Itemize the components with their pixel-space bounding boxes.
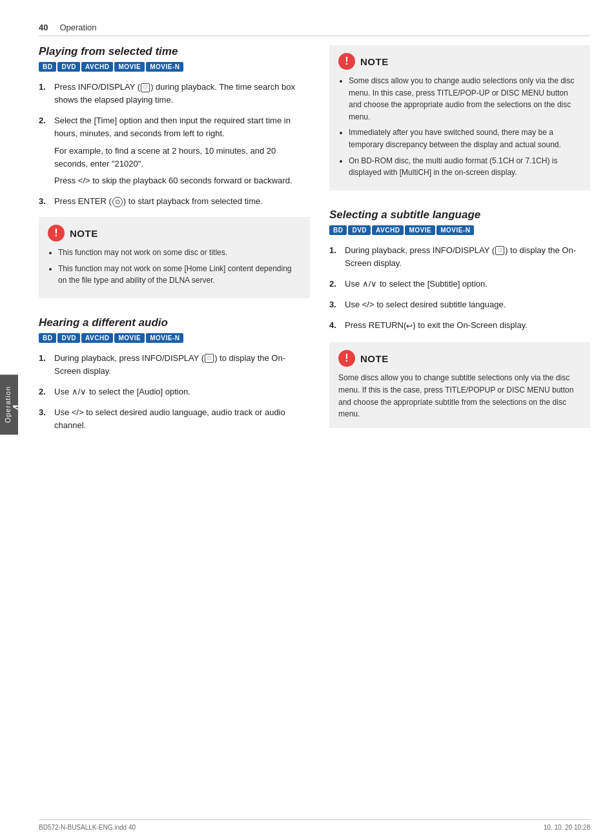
main-content: Playing from selected time BD DVD AVCHD … <box>39 45 590 441</box>
audio-step-num-3: 3. <box>39 406 54 432</box>
audio-step-num-1: 1. <box>39 352 54 378</box>
badge-dvd-audio: DVD <box>57 333 80 343</box>
note-icon-playing: ! <box>48 225 65 241</box>
subtitle-step-num-2: 2. <box>329 278 345 291</box>
note-header-playing: ! NOTE <box>48 225 301 241</box>
top-border <box>39 36 590 36</box>
section-title-playing: Playing from selected time <box>39 45 310 58</box>
page-number: 40 <box>39 23 48 32</box>
right-column: ! NOTE Some discs allow you to change au… <box>329 45 590 441</box>
display-icon-audio: □ <box>205 354 214 363</box>
badge-avchd: AVCHD <box>81 62 113 72</box>
subtitle-step-2: 2. Use ∧/∨ to select the [Subtitle] opti… <box>329 278 590 291</box>
side-tab-number: 4 <box>12 404 23 411</box>
audio-steps-list: 1. During playback, press INFO/DISPLAY (… <box>39 352 310 433</box>
audio-step-1: 1. During playback, press INFO/DISPLAY (… <box>39 352 310 378</box>
page-footer: BD572-N-BUSALLK-ENG.indd 40 10. 10. 20 1… <box>39 819 590 831</box>
subtitle-step-content-2: Use ∧/∨ to select the [Subtitle] option. <box>345 278 590 291</box>
note-list-playing: This function may not work on some disc … <box>48 247 301 287</box>
playing-steps-list: 1. Press INFO/DISPLAY (□) during playbac… <box>39 81 310 208</box>
step-content-1: Press INFO/DISPLAY (□) during playback. … <box>54 81 310 107</box>
audio-step-num-2: 2. <box>39 385 54 398</box>
subtitle-step-num-1: 1. <box>329 244 345 270</box>
subtitle-steps-list: 1. During playback, press INFO/DISPLAY (… <box>329 244 590 333</box>
audio-step-3: 3. Use </> to select desired audio langu… <box>39 406 310 432</box>
badge-row-subtitle: BD DVD AVCHD MOVIE MOVIE-N <box>329 225 590 235</box>
subtitle-step-3: 3. Use </> to select desired subtitle la… <box>329 298 590 311</box>
playing-step-3: 3. Press ENTER (⊙) to start playback fro… <box>39 195 310 208</box>
note-item-1: This function may not work on some disc … <box>58 247 301 259</box>
playing-step-2: 2. Select the [Time] option and then inp… <box>39 114 310 187</box>
note-header-subtitle: ! NOTE <box>338 350 581 367</box>
section-playing-time: Playing from selected time BD DVD AVCHD … <box>39 45 310 298</box>
note-header-audio-right: ! NOTE <box>338 53 581 70</box>
section-subtitle: Selecting a subtitle language BD DVD AVC… <box>329 209 590 428</box>
badge-movie-n-subtitle: MOVIE-N <box>436 225 474 235</box>
step-content-2: Select the [Time] option and then input … <box>54 114 310 187</box>
badge-movie-n-audio: MOVIE-N <box>146 333 183 343</box>
subtitle-step-content-3: Use </> to select desired subtitle langu… <box>345 298 590 311</box>
note-icon-subtitle: ! <box>338 350 355 367</box>
note-box-subtitle: ! NOTE Some discs allow you to change su… <box>329 342 590 427</box>
note-audio-item-1: Some discs allow you to change audio sel… <box>349 75 581 123</box>
return-icon: ↩ <box>406 320 413 333</box>
audio-step-2: 2. Use ∧/∨ to select the [Audio] option. <box>39 385 310 398</box>
side-tab-text: Operation <box>4 386 12 423</box>
section-title-subtitle: Selecting a subtitle language <box>329 209 590 221</box>
step-num-2: 2. <box>39 114 54 187</box>
badge-dvd-subtitle: DVD <box>348 225 371 235</box>
note-title-playing: NOTE <box>70 228 98 239</box>
subtitle-step-num-3: 3. <box>329 298 345 311</box>
badge-movie: MOVIE <box>114 62 145 72</box>
page-container: 40 Operation Operation 4 Playing from se… <box>0 0 616 840</box>
section-hearing-audio: Hearing a different audio BD DVD AVCHD M… <box>39 316 310 433</box>
badge-avchd-subtitle: AVCHD <box>372 225 404 235</box>
badge-avchd-audio: AVCHD <box>81 333 113 343</box>
side-tab: Operation 4 <box>0 374 18 435</box>
audio-step-content-1: During playback, press INFO/DISPLAY (□) … <box>54 352 310 378</box>
subtitle-step-1: 1. During playback, press INFO/DISPLAY (… <box>329 244 590 270</box>
page-header: 40 Operation <box>39 23 97 32</box>
note-item-2: This function may not work on some [Home… <box>58 263 301 287</box>
note-list-audio-right: Some discs allow you to change audio sel… <box>338 75 581 179</box>
note-box-audio-right: ! NOTE Some discs allow you to change au… <box>329 45 590 190</box>
note-icon-audio-right: ! <box>338 53 355 70</box>
badge-movie-audio: MOVIE <box>114 333 145 343</box>
step-2-extra2: Press </> to skip the playback 60 second… <box>54 174 310 187</box>
badge-bd-audio: BD <box>39 333 56 343</box>
footer-right: 10. 10. 20 10:28 <box>544 824 590 831</box>
step-num-3: 3. <box>39 195 54 208</box>
subtitle-step-content-1: During playback, press INFO/DISPLAY (□) … <box>345 244 590 270</box>
badge-movie-n: MOVIE-N <box>146 62 183 72</box>
badge-row-audio: BD DVD AVCHD MOVIE MOVIE-N <box>39 333 310 343</box>
display-icon: □ <box>141 83 150 92</box>
subtitle-step-4: 4. Press RETURN(↩) to exit the On-Screen… <box>329 319 590 332</box>
audio-step-content-3: Use </> to select desired audio language… <box>54 406 310 432</box>
step-2-extra1: For example, to find a scene at 2 hours,… <box>54 145 310 170</box>
note-audio-item-3: On BD-ROM disc, the multi audio format (… <box>349 155 581 179</box>
page-header-title: Operation <box>59 23 96 32</box>
subtitle-step-content-4: Press RETURN(↩) to exit the On-Screen di… <box>345 319 590 332</box>
note-box-playing: ! NOTE This function may not work on som… <box>39 217 310 298</box>
badge-row-playing: BD DVD AVCHD MOVIE MOVIE-N <box>39 62 310 72</box>
footer-left: BD572-N-BUSALLK-ENG.indd 40 <box>39 824 136 831</box>
display-icon-subtitle: □ <box>495 246 504 255</box>
audio-step-content-2: Use ∧/∨ to select the [Audio] option. <box>54 385 310 398</box>
step-num-1: 1. <box>39 81 54 107</box>
note-body-subtitle: Some discs allow you to change subtitle … <box>338 372 581 420</box>
subtitle-step-num-4: 4. <box>329 319 345 332</box>
note-title-subtitle: NOTE <box>360 353 389 364</box>
left-column: Playing from selected time BD DVD AVCHD … <box>39 45 310 441</box>
playing-step-1: 1. Press INFO/DISPLAY (□) during playbac… <box>39 81 310 107</box>
section-title-audio: Hearing a different audio <box>39 316 310 329</box>
step-content-3: Press ENTER (⊙) to start playback from s… <box>54 195 310 208</box>
badge-movie-subtitle: MOVIE <box>405 225 435 235</box>
note-title-audio-right: NOTE <box>360 56 389 67</box>
badge-bd: BD <box>39 62 56 72</box>
note-audio-item-2: Immediately after you have switched soun… <box>349 127 581 150</box>
badge-bd-subtitle: BD <box>329 225 347 235</box>
badge-dvd: DVD <box>57 62 80 72</box>
enter-icon: ⊙ <box>112 197 123 207</box>
